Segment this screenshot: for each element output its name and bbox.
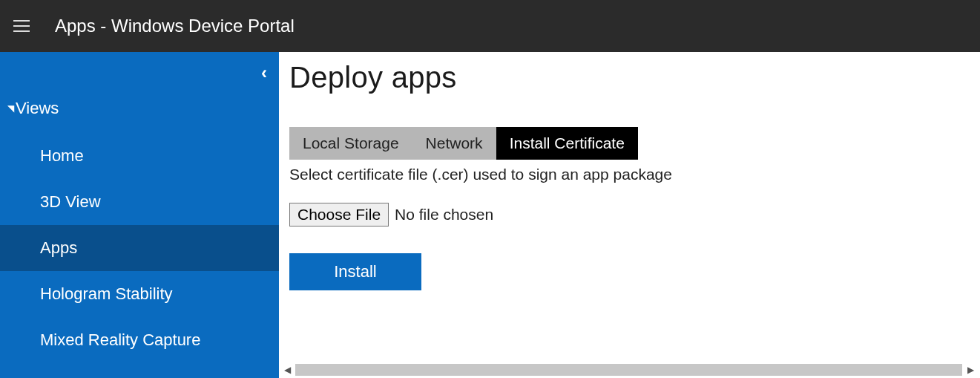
sidebar-item-label: Apps xyxy=(40,238,77,257)
install-button[interactable]: Install xyxy=(289,253,421,290)
scroll-right-icon[interactable]: ▶ xyxy=(964,363,977,377)
file-chosen-status: No file chosen xyxy=(395,206,493,224)
main-panel: Deploy apps Local Storage Network Instal… xyxy=(279,52,980,378)
tab-strip: Local Storage Network Install Certificat… xyxy=(289,127,638,160)
nav-group-label: Views xyxy=(16,99,59,118)
tab-label: Local Storage xyxy=(303,134,399,151)
scroll-left-icon[interactable]: ◀ xyxy=(280,363,294,377)
scrollbar-track[interactable] xyxy=(295,364,962,376)
sidebar-item-mixed-reality-capture[interactable]: Mixed Reality Capture xyxy=(0,317,279,363)
sidebar-item-apps[interactable]: Apps xyxy=(0,225,279,271)
tab-install-certificate[interactable]: Install Certificate xyxy=(496,127,638,160)
sidebar-item-label: 3D View xyxy=(40,192,101,211)
tab-network[interactable]: Network xyxy=(412,127,496,160)
app-title: Apps - Windows Device Portal xyxy=(55,16,295,36)
sidebar-item-label: Home xyxy=(40,146,84,165)
instruction-text: Select certificate file (.cer) used to s… xyxy=(289,166,961,183)
app-header: Apps - Windows Device Portal xyxy=(0,0,980,52)
sidebar-item-label: Hologram Stability xyxy=(40,284,173,303)
caret-up-icon: ◥ xyxy=(7,103,14,114)
hamburger-menu-icon[interactable] xyxy=(13,16,34,36)
page-title: Deploy apps xyxy=(289,61,961,94)
tab-label: Install Certificate xyxy=(510,134,625,151)
tab-label: Network xyxy=(426,134,483,151)
sidebar-item-home[interactable]: Home xyxy=(0,133,279,179)
choose-file-button[interactable]: Choose File xyxy=(289,203,389,227)
horizontal-scrollbar[interactable]: ◀ ▶ xyxy=(279,362,980,378)
tab-local-storage[interactable]: Local Storage xyxy=(289,127,412,160)
sidebar: ‹ ◥ Views Home 3D View Apps Hologram Sta… xyxy=(0,52,279,378)
sidebar-item-hologram-stability[interactable]: Hologram Stability xyxy=(0,271,279,317)
sidebar-item-label: Mixed Reality Capture xyxy=(40,330,200,349)
file-picker-row: Choose File No file chosen xyxy=(289,203,961,227)
nav-group-views[interactable]: ◥ Views xyxy=(0,93,279,133)
nav-section: ◥ Views Home 3D View Apps Hologram Stabi… xyxy=(0,52,279,363)
sidebar-collapse-icon[interactable]: ‹ xyxy=(261,64,267,82)
sidebar-item-3d-view[interactable]: 3D View xyxy=(0,179,279,225)
